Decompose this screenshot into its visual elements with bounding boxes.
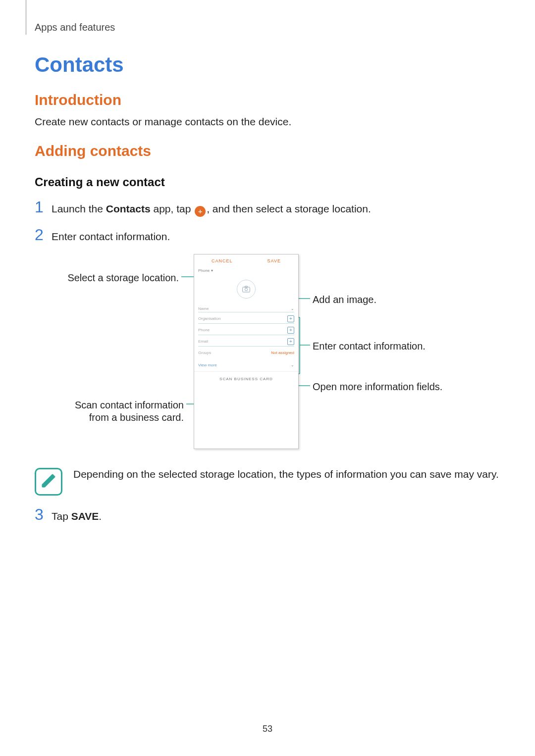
screenshot-new-contact: CANCEL SAVE Phone ▾ Name ⌄ Organisation xyxy=(194,254,299,449)
save-label: SAVE xyxy=(71,510,99,522)
page-title: Contacts xyxy=(35,53,500,77)
chevron-down-icon: ⌄ xyxy=(291,306,294,311)
field-label: Name xyxy=(198,306,209,311)
note-text: Depending on the selected storage locati… xyxy=(73,467,499,482)
intro-text: Create new contacts or manage contacts o… xyxy=(35,114,500,129)
callout-info: Enter contact information. xyxy=(313,340,426,353)
breadcrumb: Apps and features xyxy=(35,22,500,33)
storage-label: Phone xyxy=(198,268,210,273)
step-1: 1 Launch the Contacts app, tap +, and th… xyxy=(35,198,500,217)
field-organisation[interactable]: Organisation + xyxy=(198,312,294,324)
add-field-icon[interactable]: + xyxy=(287,327,294,334)
text: Launch the xyxy=(52,203,106,214)
chevron-down-icon: ⌄ xyxy=(291,363,294,367)
field-label: Organisation xyxy=(198,316,220,321)
avatar-button[interactable] xyxy=(237,280,256,299)
section-introduction: Introduction xyxy=(35,92,500,108)
step-3: 3 Tap SAVE. xyxy=(35,505,500,524)
callout-storage: Select a storage location. xyxy=(55,272,179,284)
svg-point-12 xyxy=(245,288,247,291)
callout-more: Open more information fields. xyxy=(313,381,442,393)
scan-business-card[interactable]: SCAN BUSINESS CARD xyxy=(194,371,298,386)
field-label: Groups xyxy=(198,351,211,355)
groups-value: Not assigned xyxy=(271,351,294,355)
camera-icon xyxy=(242,286,250,293)
text: app, tap xyxy=(151,203,194,214)
field-phone[interactable]: Phone + xyxy=(198,324,294,335)
field-label: Phone xyxy=(198,328,210,332)
subsection-creating: Creating a new contact xyxy=(35,175,500,189)
field-label: Email xyxy=(198,339,208,344)
text: , and then select a storage location. xyxy=(207,203,371,214)
storage-selector[interactable]: Phone ▾ xyxy=(194,266,298,276)
step-body: Tap SAVE. xyxy=(52,509,102,523)
step-number: 1 xyxy=(35,198,52,216)
step-number: 2 xyxy=(35,226,52,244)
margin-guide xyxy=(26,0,26,35)
note: Depending on the selected storage locati… xyxy=(35,467,500,496)
field-groups[interactable]: Groups Not assigned xyxy=(198,347,294,359)
step-number: 3 xyxy=(35,505,52,524)
view-more[interactable]: View more ⌄ xyxy=(198,359,294,371)
add-field-icon[interactable]: + xyxy=(287,338,294,345)
view-more-label: View more xyxy=(198,363,217,367)
field-name[interactable]: Name ⌄ xyxy=(198,303,294,312)
cancel-button[interactable]: CANCEL xyxy=(212,258,233,263)
chevron-down-icon: ▾ xyxy=(211,268,213,273)
step-body: Enter contact information. xyxy=(52,229,170,244)
contacts-app-name: Contacts xyxy=(106,203,151,214)
figure-new-contact: Select a storage location. Scan contact … xyxy=(55,254,471,452)
svg-rect-13 xyxy=(245,286,247,288)
step-2: 2 Enter contact information. xyxy=(35,226,500,244)
field-email[interactable]: Email + xyxy=(198,335,294,347)
page-number: 53 xyxy=(0,724,535,734)
step-body: Launch the Contacts app, tap +, and then… xyxy=(52,202,371,217)
callout-scan: Scan contact information from a business… xyxy=(55,399,184,424)
callout-image: Add an image. xyxy=(313,294,376,306)
save-button[interactable]: SAVE xyxy=(268,258,281,263)
text: . xyxy=(99,510,102,522)
add-icon: + xyxy=(195,206,206,217)
text: Tap xyxy=(52,510,71,522)
add-field-icon[interactable]: + xyxy=(287,315,294,322)
section-adding: Adding contacts xyxy=(35,143,500,159)
note-icon xyxy=(35,468,62,496)
